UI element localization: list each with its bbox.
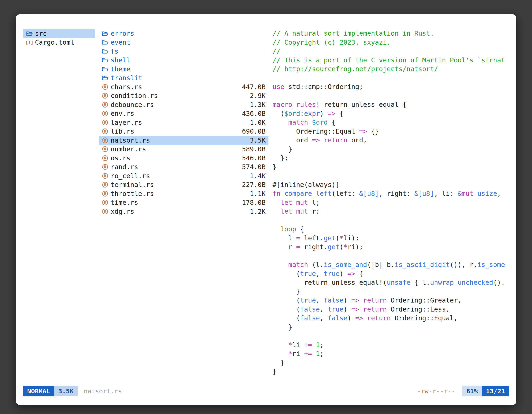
code-line: match (l.is_some_and(|b| b.is_ascii_digi…	[273, 260, 509, 270]
code-line	[273, 332, 509, 341]
folder-open-icon	[102, 48, 109, 55]
file-row[interactable]: Rrand.rs574.0B	[99, 163, 268, 172]
file-row[interactable]: [T]Cargo.toml	[23, 38, 95, 47]
file-row[interactable]: Rdebounce.rs1.3K	[99, 100, 268, 109]
entry-name: layer.rs	[111, 119, 246, 126]
svg-text:R: R	[104, 165, 106, 169]
folder-open-icon	[102, 57, 109, 64]
entry-size: 227.0B	[242, 181, 266, 189]
file-row[interactable]: Rcondition.rs2.9K	[99, 91, 268, 100]
code-line: match $ord {	[273, 118, 509, 127]
toml-icon: [T]	[26, 39, 33, 46]
file-row[interactable]: Rchars.rs447.0B	[99, 82, 268, 91]
dir-row[interactable]: src	[23, 29, 95, 38]
entry-name: fs	[111, 48, 266, 55]
rust-icon: R	[102, 164, 109, 170]
dir-row[interactable]: errors	[99, 29, 268, 38]
code-line: (true, true) => {	[273, 270, 509, 278]
entry-name: chars.rs	[111, 83, 238, 91]
rust-icon: R	[102, 146, 109, 153]
code-line: macro_rules! return_unless_equal {	[273, 100, 509, 109]
code-line: *ri += 1;	[273, 349, 509, 358]
entry-name: os.rs	[111, 154, 238, 162]
code-line: // A natural sort implementation in Rust…	[273, 29, 509, 38]
terminal-window: src[T]Cargo.toml errorseventfsshelltheme…	[16, 14, 516, 405]
code-line: // http://sourcefrog.net/projects/natsor…	[273, 65, 509, 74]
rust-icon: R	[102, 137, 109, 144]
dir-row[interactable]: translit	[99, 74, 268, 83]
current-pane: errorseventfsshellthemetranslitRchars.rs…	[99, 29, 268, 383]
entry-name: time.rs	[111, 199, 238, 206]
rust-icon: R	[102, 190, 109, 197]
code-line: (true, false) => return Ordering::Greate…	[273, 296, 509, 305]
entry-name: shell	[111, 56, 266, 64]
dir-row[interactable]: event	[99, 38, 268, 47]
svg-text:R: R	[104, 138, 106, 142]
svg-text:R: R	[104, 147, 106, 151]
entry-name: terminal.rs	[111, 181, 238, 189]
file-row[interactable]: Rtime.rs178.0B	[99, 198, 268, 207]
entry-size: 1.3K	[250, 101, 266, 109]
rust-icon: R	[102, 101, 109, 108]
code-line: }	[273, 323, 509, 332]
code-line: // Copyright (c) 2023, sxyazi.	[273, 38, 509, 47]
file-row[interactable]: Rterminal.rs227.0B	[99, 180, 268, 189]
svg-text:R: R	[104, 85, 106, 89]
entry-size: 589.0B	[242, 145, 266, 153]
svg-text:R: R	[104, 129, 106, 133]
entry-size: 178.0B	[242, 199, 266, 206]
dir-row[interactable]: fs	[99, 47, 268, 56]
entry-name: debounce.rs	[111, 101, 246, 109]
file-row[interactable]: Renv.rs436.0B	[99, 109, 268, 118]
dir-row[interactable]: theme	[99, 65, 268, 74]
code-line: // This is a port of the C version of Ma…	[273, 56, 509, 65]
file-row[interactable]: Rlib.rs690.0B	[99, 127, 268, 136]
code-line: loop {	[273, 225, 509, 234]
entry-name: Cargo.toml	[35, 39, 92, 46]
yazi-panes: src[T]Cargo.toml errorseventfsshelltheme…	[23, 29, 509, 383]
entry-size: 3.5K	[250, 136, 266, 144]
entry-name: throttle.rs	[111, 190, 246, 198]
rust-icon: R	[102, 92, 109, 99]
entry-name: errors	[111, 30, 266, 38]
status-bar: NORMAL 3.5K natsort.rs -rw-r--r-- 61% 13…	[23, 386, 509, 396]
entry-size: 436.0B	[242, 110, 266, 117]
dir-row[interactable]: shell	[99, 56, 268, 65]
file-row[interactable]: Rxdg.rs1.2K	[99, 207, 268, 216]
entry-name: event	[111, 39, 266, 46]
code-line	[273, 91, 509, 100]
code-line: #[inline(always)]	[273, 180, 509, 189]
status-right-group: -rw-r--r-- 61% 13/21	[417, 386, 509, 396]
entry-name: rand.rs	[111, 163, 238, 171]
file-row[interactable]: Rnumber.rs589.0B	[99, 145, 268, 154]
file-row[interactable]: Ros.rs546.0B	[99, 154, 268, 163]
rust-icon: R	[102, 199, 109, 206]
svg-text:R: R	[104, 201, 106, 204]
code-line: ($ord:expr) => {	[273, 109, 509, 118]
svg-text:R: R	[104, 94, 106, 98]
entry-size: 1.1K	[250, 190, 266, 198]
code-line: r = right.get(*ri);	[273, 243, 509, 251]
rust-icon: R	[102, 208, 109, 215]
entry-name: number.rs	[111, 145, 238, 153]
status-left-group: NORMAL 3.5K natsort.rs	[23, 386, 122, 396]
file-row[interactable]: Rthrottle.rs1.1K	[99, 189, 268, 198]
folder-open-icon	[102, 39, 109, 46]
svg-text:R: R	[104, 210, 106, 213]
entry-size: 2.9K	[250, 92, 266, 100]
file-row[interactable]: Rnatsort.rs3.5K	[99, 136, 268, 145]
svg-text:R: R	[104, 192, 106, 196]
entry-name: xdg.rs	[111, 208, 246, 215]
file-row[interactable]: Rlayer.rs1.0K	[99, 118, 268, 127]
preview-pane[interactable]: // A natural sort implementation in Rust…	[273, 29, 509, 383]
entry-name: ro_cell.rs	[111, 172, 246, 180]
entry-size: 574.0B	[242, 163, 266, 171]
code-line: let mut l;	[273, 198, 509, 207]
code-line: fn compare_left(left: &[u8], right: &[u8…	[273, 189, 509, 198]
code-line: }	[273, 358, 509, 367]
entry-size: 447.0B	[242, 83, 266, 91]
file-row[interactable]: Rro_cell.rs1.4K	[99, 171, 268, 180]
entry-name: natsort.rs	[111, 136, 246, 144]
code-line: }	[273, 367, 509, 376]
code-line: let mut r;	[273, 207, 509, 216]
